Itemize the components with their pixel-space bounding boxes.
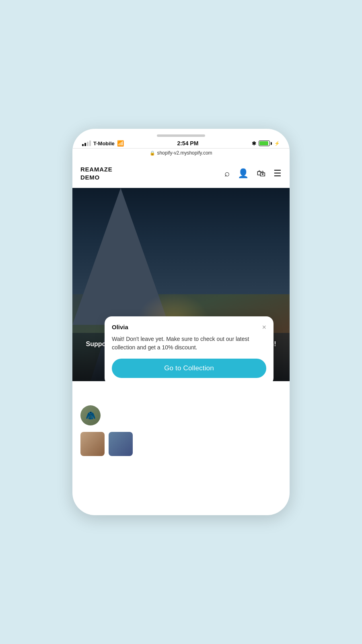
chat-message: Wait! Don't leave yet. Make sure to chec… bbox=[112, 335, 266, 352]
menu-icon[interactable]: ☰ bbox=[274, 168, 282, 179]
site-logo[interactable]: REAMAZE DEMO bbox=[80, 165, 112, 181]
battery-body bbox=[259, 140, 270, 146]
search-icon[interactable]: ⌕ bbox=[224, 168, 230, 179]
go-to-collection-button[interactable]: Go to Collection bbox=[112, 359, 266, 378]
url-bar[interactable]: 🔒 shopify-v2.myshopify.com bbox=[72, 148, 290, 159]
thumbnail-strip bbox=[72, 432, 290, 464]
avatar: 🧥 bbox=[80, 405, 101, 425]
status-bar: T-Mobile 📶 2:54 PM ✱ ⚡ bbox=[72, 137, 290, 148]
nav-icons: ⌕ 👤 🛍 ☰ bbox=[224, 168, 282, 179]
cart-icon[interactable]: 🛍 bbox=[257, 168, 265, 179]
phone-shell: T-Mobile 📶 2:54 PM ✱ ⚡ 🔒 shopify-v2.mysh… bbox=[72, 129, 290, 515]
chat-agent-name: Olivia bbox=[112, 324, 128, 330]
site-nav: REAMAZE DEMO ⌕ 👤 🛍 ☰ bbox=[72, 159, 290, 188]
signal-bar-1 bbox=[82, 144, 84, 146]
chat-popup-header: Olivia × bbox=[112, 324, 266, 331]
time-display: 2:54 PM bbox=[177, 140, 198, 147]
carrier-label: T-Mobile bbox=[93, 140, 115, 147]
hero-section: Re:amaze Demo Support, engage, and conve… bbox=[72, 188, 290, 381]
account-icon[interactable]: 👤 bbox=[238, 168, 249, 179]
url-text: shopify-v2.myshopify.com bbox=[157, 150, 212, 156]
chat-close-button[interactable]: × bbox=[262, 324, 266, 331]
bluetooth-icon: ✱ bbox=[252, 140, 256, 147]
logo-line2: DEMO bbox=[80, 173, 112, 182]
below-hero: 🧥 bbox=[72, 381, 290, 432]
signal-bars-icon bbox=[82, 140, 91, 146]
battery-tip bbox=[271, 142, 272, 145]
thumbnail-1 bbox=[80, 432, 105, 456]
thumbnail-2 bbox=[109, 432, 133, 456]
signal-bar-3 bbox=[87, 142, 88, 146]
status-left: T-Mobile 📶 bbox=[82, 140, 124, 147]
wifi-icon: 📶 bbox=[117, 140, 124, 147]
logo-line1: REAMAZE bbox=[80, 165, 112, 173]
charging-icon: ⚡ bbox=[274, 141, 280, 146]
signal-bar-4 bbox=[89, 140, 91, 146]
battery-fill bbox=[259, 141, 268, 145]
status-right: ✱ ⚡ bbox=[252, 140, 280, 147]
lock-icon: 🔒 bbox=[150, 151, 155, 156]
battery-indicator bbox=[259, 140, 272, 146]
signal-bar-2 bbox=[84, 143, 86, 146]
chat-popup: Olivia × Wait! Don't leave yet. Make sur… bbox=[105, 316, 274, 381]
